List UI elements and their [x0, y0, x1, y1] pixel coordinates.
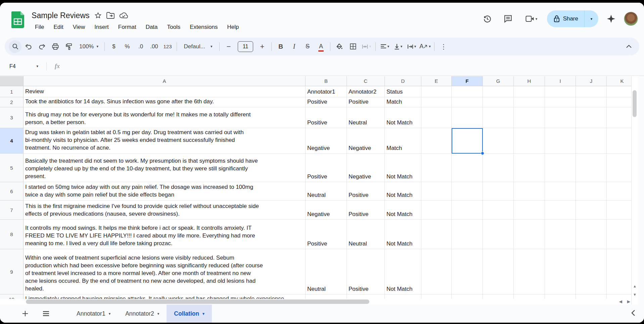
cell-G7[interactable]	[483, 201, 514, 220]
scroll-down-icon[interactable]: ▼	[633, 292, 637, 296]
column-header-G[interactable]: G	[483, 76, 514, 86]
row-header-3[interactable]: 3	[0, 107, 24, 128]
sheet-tab-annotator2[interactable]: Annotator2▾	[118, 305, 167, 323]
cell-G8[interactable]	[483, 220, 514, 249]
cell-J9[interactable]	[576, 249, 607, 294]
cell-D7[interactable]: Not Match	[385, 201, 421, 220]
fill-color-icon[interactable]	[333, 40, 346, 53]
add-sheet-button[interactable]	[17, 306, 33, 321]
cell-I3[interactable]	[545, 107, 576, 128]
version-history-icon[interactable]	[479, 11, 495, 27]
cell-A3[interactable]: This drug may not be for everyone but it…	[24, 107, 306, 128]
cell-H3[interactable]	[514, 107, 545, 128]
strikethrough-icon[interactable]: S	[301, 40, 314, 53]
cloud-saved-icon[interactable]	[119, 12, 128, 19]
cell-H4[interactable]	[514, 128, 545, 154]
fill-handle[interactable]	[481, 152, 484, 155]
name-box-caret-icon[interactable]: ▾	[36, 64, 38, 68]
cell-B7[interactable]: Negative	[306, 201, 347, 220]
menu-help[interactable]: Help	[224, 23, 242, 32]
cell-H5[interactable]	[514, 154, 545, 182]
cell-E5[interactable]	[421, 154, 452, 182]
menu-insert[interactable]: Insert	[91, 23, 112, 32]
row-header-8[interactable]: 8	[0, 220, 24, 249]
sheet-tab-collation[interactable]: Collation▾	[167, 305, 212, 323]
document-title[interactable]: Sample Reviews	[32, 11, 90, 20]
cell-B1[interactable]: Annotator1	[306, 86, 347, 97]
cell-H9[interactable]	[514, 249, 545, 294]
sheet-tab-caret-icon[interactable]: ▾	[202, 312, 204, 316]
cell-C1[interactable]: Annotator2	[347, 86, 385, 97]
cell-A4[interactable]: Drug was taken in gelatin tablet at 0.5 …	[24, 128, 306, 154]
cell-B9[interactable]: Neutral	[306, 249, 347, 294]
cell-B5[interactable]: Positive	[306, 154, 347, 182]
sheets-logo-icon[interactable]	[11, 11, 24, 28]
menu-view[interactable]: View	[70, 23, 89, 32]
cell-I7[interactable]	[545, 201, 576, 220]
menu-extensions[interactable]: Extensions	[186, 23, 221, 32]
bold-icon[interactable]: B	[274, 40, 287, 53]
cell-C5[interactable]: Negative	[347, 154, 385, 182]
cell-C2[interactable]: Positive	[347, 97, 385, 107]
increase-decimal-icon[interactable]: .00	[148, 40, 160, 53]
cell-F7[interactable]	[452, 201, 483, 220]
cell-D4[interactable]: Match	[385, 128, 421, 154]
scroll-right-icon[interactable]: ▶	[627, 299, 630, 304]
cell-B6[interactable]: Neutral	[306, 182, 347, 201]
column-header-D[interactable]: D	[385, 76, 421, 86]
cell-I1[interactable]	[545, 86, 576, 97]
sheet-tab-annotator1[interactable]: Annotator1▾	[69, 305, 118, 323]
cell-I2[interactable]	[545, 97, 576, 107]
cell-A1[interactable]: Review	[24, 86, 306, 97]
search-icon[interactable]	[9, 40, 21, 53]
decrease-decimal-icon[interactable]: .0	[134, 40, 147, 53]
cell-J8[interactable]	[576, 220, 607, 249]
cell-J1[interactable]	[576, 86, 607, 97]
sheet-tab-caret-icon[interactable]: ▾	[109, 312, 111, 316]
cell-H6[interactable]	[514, 182, 545, 201]
move-folder-icon[interactable]	[106, 12, 114, 19]
selected-cell-outline[interactable]	[452, 128, 483, 154]
cell-G9[interactable]	[483, 249, 514, 294]
font-select[interactable]: Defaul... ▾	[180, 40, 217, 53]
gemini-sparkle-icon[interactable]	[603, 11, 619, 27]
cell-E2[interactable]	[421, 97, 452, 107]
row-header-7[interactable]: 7	[0, 201, 24, 220]
cell-A2[interactable]: Took the antibiotics for 14 days. Sinus …	[24, 97, 306, 107]
scroll-left-icon[interactable]: ◀	[619, 299, 622, 304]
sheet-tab-caret-icon[interactable]: ▾	[157, 312, 159, 316]
cell-J2[interactable]	[576, 97, 607, 107]
cell-F6[interactable]	[452, 182, 483, 201]
horizontal-scrollbar-thumb[interactable]	[26, 300, 369, 304]
column-header-B[interactable]: B	[306, 76, 347, 86]
cell-D1[interactable]: Status	[385, 86, 421, 97]
cell-C4[interactable]: Negative	[347, 128, 385, 154]
select-all-corner[interactable]	[0, 76, 24, 86]
cell-E6[interactable]	[421, 182, 452, 201]
vertical-scrollbar-thumb[interactable]	[633, 90, 637, 117]
cell-G3[interactable]	[483, 107, 514, 128]
horizontal-align-icon[interactable]: ▾	[378, 40, 391, 53]
menu-file[interactable]: File	[32, 23, 47, 32]
share-button[interactable]: Share	[547, 10, 584, 27]
column-header-I[interactable]: I	[545, 76, 576, 86]
cell-D8[interactable]: Not Match	[385, 220, 421, 249]
text-color-icon[interactable]: A	[315, 40, 327, 53]
cell-C3[interactable]: Neutral	[347, 107, 385, 128]
cell-H1[interactable]	[514, 86, 545, 97]
cell-F9[interactable]	[452, 249, 483, 294]
cell-G1[interactable]	[483, 86, 514, 97]
cell-F2[interactable]	[452, 97, 483, 107]
cell-C9[interactable]: Positive	[347, 249, 385, 294]
menu-tools[interactable]: Tools	[164, 23, 184, 32]
menu-edit[interactable]: Edit	[50, 23, 66, 32]
cell-G2[interactable]	[483, 97, 514, 107]
video-call-icon[interactable]: ▾	[521, 11, 542, 27]
collapse-toolbar-icon[interactable]	[623, 40, 635, 53]
cell-I9[interactable]	[545, 249, 576, 294]
text-rotation-icon[interactable]: A ▾	[419, 40, 431, 53]
cell-C8[interactable]: Neutral	[347, 220, 385, 249]
row-header-4[interactable]: 4	[0, 128, 24, 154]
cell-J3[interactable]	[576, 107, 607, 128]
cell-D6[interactable]: Not Match	[385, 182, 421, 201]
